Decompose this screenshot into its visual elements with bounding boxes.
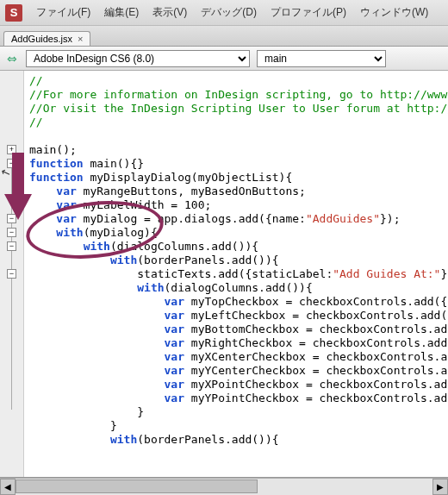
- keyword: var: [165, 309, 184, 322]
- string-literal: "Add Guides At:": [333, 267, 440, 280]
- code-line: //Or visit the InDesign Scripting User t…: [29, 102, 448, 115]
- chain-icon[interactable]: ⇔: [5, 52, 19, 66]
- code-text: }: [110, 419, 117, 432]
- keyword: var: [165, 364, 184, 377]
- scope-select[interactable]: main: [257, 50, 386, 67]
- code-line: main();: [29, 143, 77, 156]
- keyword: var: [165, 350, 184, 363]
- code-text: main(){}: [84, 157, 144, 170]
- code-text: myXPointCheckbox = checkboxControls.add(…: [184, 378, 448, 391]
- code-text: myRangeButtons, myBasedOnButtons;: [77, 185, 306, 197]
- keyword: with: [110, 254, 137, 266]
- code-text: myYCenterCheckbox = checkboxControls.add…: [184, 364, 448, 377]
- tab-addguides[interactable]: AddGuides.jsx ×: [3, 31, 90, 46]
- keyword: var: [56, 185, 76, 197]
- menu-profile[interactable]: プロファイル(P): [264, 5, 353, 20]
- code-text: myBottomCheckbox = checkboxControls.add(…: [184, 323, 448, 335]
- code-text: (myDialog){: [84, 226, 158, 239]
- keyword: var: [56, 198, 76, 211]
- code-text: (dialogColumns.add()){: [165, 281, 313, 294]
- string-literal: "AddGuides": [306, 212, 380, 225]
- code-line: //For more information on InDesign scrip…: [29, 88, 448, 101]
- menubar: S ファイル(F) 編集(E) 表示(V) デバッグ(D) プロファイル(P) …: [0, 0, 448, 26]
- target-app-select[interactable]: Adobe InDesign CS6 (8.0): [26, 50, 250, 67]
- fold-toggle[interactable]: −: [7, 269, 16, 279]
- code-text: myLabelWidth = 100;: [77, 198, 212, 211]
- code-text: staticTexts.add({staticLabel:: [137, 267, 333, 280]
- code-text: }: [137, 405, 144, 418]
- code-area[interactable]: // //For more information on InDesign sc…: [24, 71, 448, 477]
- code-text: myXCenterCheckbox = checkboxControls.add…: [184, 350, 448, 363]
- code-text: myTopCheckbox = checkboxControls.add({st…: [184, 295, 448, 308]
- close-icon[interactable]: ×: [78, 34, 83, 44]
- keyword: function: [29, 171, 84, 184]
- fold-toggle[interactable]: −: [7, 214, 16, 223]
- keyword: with: [56, 226, 83, 239]
- keyword: with: [84, 240, 110, 253]
- app-logo: S: [5, 4, 22, 22]
- scroll-track[interactable]: [16, 479, 432, 495]
- code-text: (borderPanels.add()){: [137, 254, 278, 266]
- code-text: myYPointCheckbox = checkboxControls.add(…: [184, 392, 448, 404]
- editor: + − − − − − ↖ // //For more information …: [0, 71, 448, 478]
- scroll-thumb[interactable]: [16, 479, 258, 493]
- tab-title: AddGuides.jsx: [11, 34, 72, 44]
- code-text: (borderPanels.add()){: [137, 433, 278, 446]
- code-line: //: [29, 116, 43, 128]
- keyword: var: [56, 212, 76, 225]
- menu-debug[interactable]: デバッグ(D): [194, 5, 264, 20]
- code-text: myDisplayDialog(myObjectList){: [84, 171, 293, 184]
- keyword: var: [165, 295, 184, 308]
- menu-window[interactable]: ウィンドウ(W): [353, 5, 435, 20]
- keyword: with: [137, 281, 164, 294]
- keyword: var: [165, 392, 184, 404]
- code-text: (dialogColumns.add()){: [110, 240, 258, 253]
- keyword: with: [110, 433, 137, 446]
- fold-toggle[interactable]: +: [7, 145, 16, 154]
- code-text: });: [380, 212, 400, 225]
- menu-file[interactable]: ファイル(F): [29, 5, 97, 20]
- horizontal-scrollbar[interactable]: ◀ ▶: [0, 478, 448, 495]
- fold-toggle[interactable]: −: [7, 228, 16, 237]
- gutter: + − − − − −: [0, 71, 24, 477]
- keyword: var: [165, 378, 184, 391]
- tab-bar: AddGuides.jsx ×: [0, 26, 448, 47]
- fold-toggle[interactable]: −: [7, 241, 16, 251]
- scroll-left-icon[interactable]: ◀: [0, 479, 16, 495]
- keyword: var: [165, 336, 184, 349]
- code-text: });: [440, 267, 448, 280]
- toolbar: ⇔ Adobe InDesign CS6 (8.0) main: [0, 47, 448, 71]
- code-text: myRightCheckbox = checkboxControls.add({…: [184, 336, 448, 349]
- menu-edit[interactable]: 編集(E): [97, 5, 146, 20]
- code-line: //: [29, 74, 43, 87]
- scroll-right-icon[interactable]: ▶: [432, 479, 448, 495]
- keyword: function: [29, 157, 84, 170]
- code-text: myDialog = app.dialogs.add({name:: [77, 212, 306, 225]
- code-text: myLeftCheckbox = checkboxControls.add({s…: [184, 309, 448, 322]
- menu-view[interactable]: 表示(V): [146, 5, 194, 20]
- keyword: var: [165, 323, 184, 335]
